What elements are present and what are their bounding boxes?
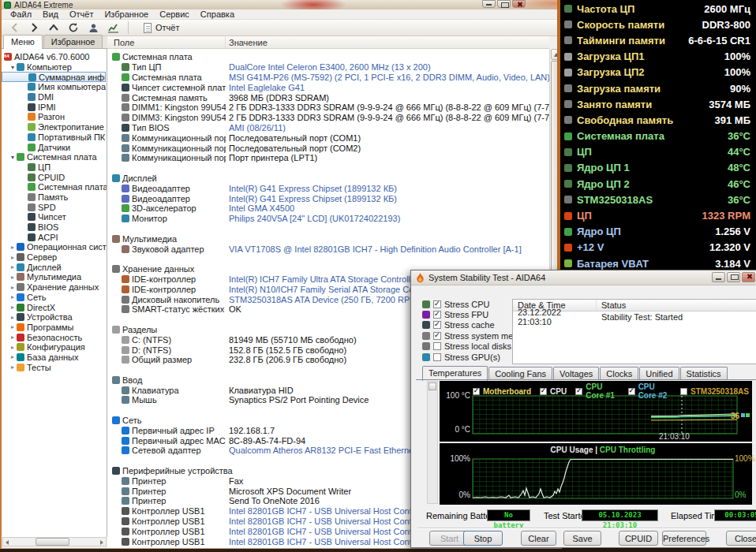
stress-option[interactable]: Stress GPU(s) (422, 352, 515, 362)
tree-expander-icon[interactable] (9, 353, 17, 360)
close-button[interactable]: Close (726, 531, 756, 546)
tree-item[interactable]: Системная плата (2, 152, 107, 162)
info-row[interactable]: Чипсет системной платы Intel Eaglelake G… (107, 82, 549, 92)
legend-item[interactable]: STM3250318AS (680, 387, 749, 396)
maximize-button[interactable] (497, 0, 511, 8)
tree-expander-icon[interactable] (9, 274, 17, 281)
tree-item[interactable]: DMI (2, 92, 107, 103)
tree-item[interactable]: База данных (2, 352, 107, 363)
info-row[interactable]: Системная плата (107, 52, 549, 62)
tree-item[interactable]: ЦП (2, 162, 107, 173)
legend-checkbox[interactable] (540, 388, 547, 395)
info-row[interactable]: Тип BIOS AMI (08/26/11) (107, 123, 549, 133)
tree-item[interactable]: CPUID (2, 172, 107, 182)
menu-item[interactable]: Избранное (99, 9, 154, 20)
tab-unified[interactable]: Unified (639, 367, 679, 380)
tree-expander-icon[interactable] (9, 254, 17, 261)
stress-checkbox[interactable] (433, 300, 441, 308)
stress-checkbox[interactable] (433, 342, 441, 350)
field-value[interactable]: Intel(R) G41 Express Chipset (1899132 КБ… (226, 194, 549, 203)
tree-expander-icon[interactable] (9, 263, 17, 270)
info-row[interactable]: Тип ЦП DualCore Intel Celeron E3400, 260… (107, 62, 549, 73)
legend-checkbox[interactable] (680, 388, 687, 395)
tree-item[interactable]: Системная плата (2, 182, 107, 192)
aida64-titlebar[interactable]: AIDA64 Extreme (2, 0, 561, 9)
tree-item[interactable]: Суммарная информация (2, 72, 106, 82)
tree-expander-icon[interactable] (9, 304, 17, 311)
info-row[interactable]: Коммуникационный порт Порт принтера (LPT… (107, 153, 549, 163)
info-row[interactable]: Видеоадаптер Intel(R) G41 Express Chipse… (107, 183, 549, 193)
cpuid-button[interactable]: CPUID (619, 531, 658, 546)
stress-option[interactable]: Stress FPU (422, 309, 515, 319)
info-row[interactable]: 3D-акселератор Intel GMA X4500 (107, 203, 549, 214)
sidebar-horizontal-scrollbar[interactable] (2, 537, 107, 546)
clear-button[interactable]: Clear (521, 531, 556, 546)
info-row[interactable]: Звуковой адаптер VIA VT1708S @ Intel 828… (107, 244, 549, 254)
tree-item[interactable]: Компьютер (2, 62, 107, 73)
close-button[interactable] (512, 0, 526, 8)
graph-scrollbar[interactable] (427, 381, 438, 504)
tree-item[interactable]: Устройства (2, 312, 107, 323)
up-icon[interactable] (47, 22, 60, 34)
minimize-button[interactable] (482, 0, 496, 8)
field-value[interactable]: Intel GMA X4500 (226, 203, 549, 213)
log-row[interactable]: 23.12.2022 21:03:10 Stability Test: Star… (513, 311, 756, 323)
stress-checkbox[interactable] (433, 353, 441, 361)
menu-item[interactable]: Отчёт (64, 9, 99, 20)
scroll-right-icon[interactable] (97, 538, 106, 546)
tree-expander-icon[interactable] (9, 314, 17, 321)
tree-expander-icon[interactable] (9, 293, 17, 300)
column-value[interactable]: Значение (226, 36, 268, 49)
column-field[interactable]: Поле (107, 36, 226, 48)
tree-item[interactable]: Сеть (2, 293, 107, 303)
info-row[interactable]: Дисплей (107, 173, 549, 184)
legend-item[interactable]: CPU (540, 387, 567, 396)
refresh-icon[interactable] (67, 22, 80, 34)
tree-expander-icon[interactable] (9, 154, 17, 161)
tree-expander-icon[interactable] (9, 334, 17, 341)
tree-item[interactable]: AIDA64 v6.70.6000 (2, 52, 107, 62)
tree-item[interactable]: Имя компьютера (2, 82, 107, 92)
preferences-button[interactable]: Preferences (662, 531, 706, 546)
tree-item[interactable]: Программы (2, 323, 107, 333)
chart-icon[interactable] (107, 22, 119, 34)
graph-scroll-thumb[interactable] (429, 382, 436, 390)
tab-cooling-fans[interactable]: Cooling Fans (488, 367, 552, 380)
log-column-status[interactable]: Status (597, 300, 626, 311)
legend-checkbox[interactable] (473, 388, 480, 395)
stress-option[interactable]: Stress system memory (422, 330, 515, 341)
legend-checkbox[interactable] (575, 388, 582, 395)
tree-item[interactable]: Мультимедиа (2, 272, 107, 282)
tree-item[interactable]: Тесты (2, 362, 107, 372)
save-button[interactable]: Save (563, 531, 601, 546)
field-value[interactable]: Intel Eaglelake G41 (226, 83, 549, 92)
menu-item[interactable]: Справка (195, 9, 240, 20)
tree-item[interactable]: Память (2, 192, 107, 203)
info-row[interactable]: Коммуникационный порт Последовательный п… (107, 143, 549, 153)
stress-option[interactable]: Stress local disks (422, 341, 515, 352)
forward-icon[interactable] (28, 22, 40, 34)
tree-expander-icon[interactable] (9, 323, 17, 330)
menu-item[interactable]: Файл (5, 9, 37, 20)
back-icon[interactable] (8, 22, 21, 34)
info-row[interactable] (107, 163, 549, 173)
scroll-thumb[interactable] (36, 538, 69, 546)
info-row[interactable]: Системная плата MSI G41M-P26 (MS-7592) (… (107, 73, 549, 83)
tree-expander-icon[interactable] (9, 364, 17, 371)
info-row[interactable]: Монитор Philips 240V5A [24" LCD] (UK0172… (107, 214, 549, 224)
menu-item[interactable]: Вид (37, 9, 64, 20)
tree-item[interactable]: Датчики (2, 142, 107, 152)
tree-item[interactable]: ACPI (2, 232, 107, 242)
tree-item[interactable]: IPMI (2, 102, 107, 112)
field-value[interactable]: AMI (08/26/11) (226, 123, 549, 132)
legend-checkbox[interactable] (628, 388, 635, 395)
user-icon[interactable] (87, 22, 99, 34)
tree-item[interactable]: DirectX (2, 302, 107, 312)
field-value[interactable]: Philips 240V5A [24" LCD] (UK01724022193) (226, 214, 549, 223)
tree-item[interactable]: Портативный ПК (2, 132, 107, 143)
info-row[interactable] (107, 254, 549, 264)
tree-item[interactable]: Хранение данных (2, 282, 107, 293)
legend-item[interactable]: CPU Core #1 (575, 382, 619, 400)
legend-item[interactable]: Motherboard (473, 387, 531, 396)
info-row[interactable]: Коммуникационный порт Последовательный п… (107, 132, 549, 143)
